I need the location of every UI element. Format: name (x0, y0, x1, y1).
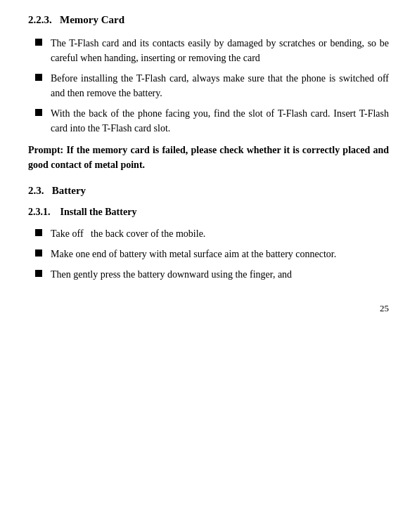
install-battery-bullet-list: Take off the back cover of the mobile. M… (28, 226, 389, 282)
list-item: The T-Flash card and its contacts easily… (35, 36, 389, 65)
bullet-text: The T-Flash card and its contacts easily… (51, 36, 389, 65)
list-item: Then gently press the battery downward u… (35, 267, 389, 282)
bullet-text: With the back of the phone facing you, f… (51, 106, 389, 136)
bullet-icon (35, 249, 42, 257)
list-item: Take off the back cover of the mobile. (35, 226, 389, 241)
install-battery-section: 2.3.1. Install the Battery Take off the … (28, 207, 389, 282)
list-item: Before installing the T-Flash card, alwa… (35, 71, 389, 100)
bullet-text: Then gently press the battery downward u… (51, 267, 389, 282)
bullet-icon (35, 229, 42, 236)
memory-card-bullet-list: The T-Flash card and its contacts easily… (28, 36, 389, 136)
bullet-icon (35, 109, 42, 116)
bullet-icon (35, 39, 42, 46)
page-number: 25 (28, 303, 389, 314)
list-item: Make one end of battery with metal surfa… (35, 247, 389, 261)
install-battery-heading: 2.3.1. Install the Battery (28, 207, 389, 218)
bullet-text: Before installing the T-Flash card, alwa… (51, 71, 389, 100)
bullet-icon (35, 270, 42, 277)
battery-heading: 2.3. Battery (28, 185, 389, 197)
memory-card-heading: 2.2.3. Memory Card (28, 14, 389, 26)
prompt-text: Prompt: If the memory card is failed, pl… (28, 143, 389, 172)
bullet-text: Take off the back cover of the mobile. (51, 226, 389, 241)
bullet-text: Make one end of battery with metal surfa… (51, 247, 389, 261)
memory-card-section: 2.2.3. Memory Card The T-Flash card and … (28, 14, 389, 172)
list-item: With the back of the phone facing you, f… (35, 106, 389, 136)
battery-section: 2.3. Battery 2.3.1. Install the Battery … (28, 185, 389, 282)
bullet-icon (35, 74, 42, 81)
